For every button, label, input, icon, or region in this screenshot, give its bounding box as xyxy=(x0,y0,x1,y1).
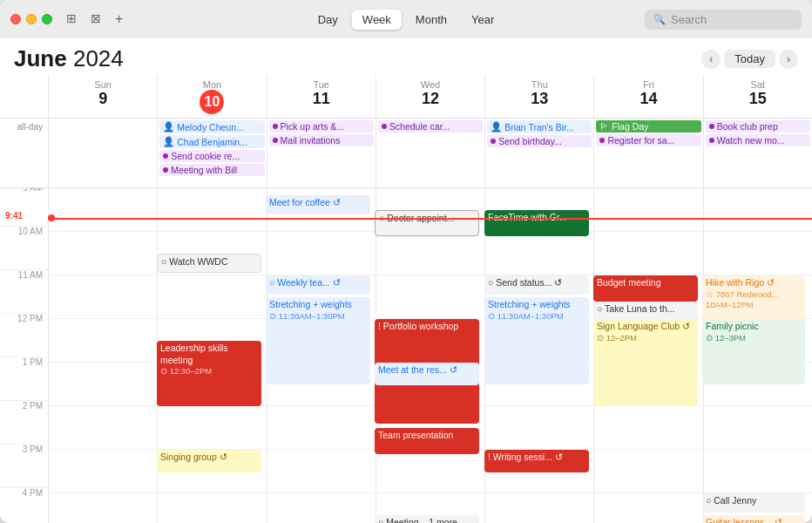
view-switcher: Day Week Month Year xyxy=(308,10,505,30)
week-view-btn[interactable]: Week xyxy=(352,10,402,30)
person-icon: 👤 xyxy=(491,121,502,132)
day-header-fri: Fri 14 xyxy=(593,76,702,118)
event-watch-wwdc[interactable]: ○ Watch WWDC xyxy=(157,254,261,273)
allday-label: all-day xyxy=(0,119,48,187)
time-1pm: 1 PM xyxy=(0,357,48,401)
search-box[interactable]: 🔍 Search xyxy=(645,10,802,30)
year-view-btn[interactable]: Year xyxy=(461,10,504,30)
day-header-sat: Sat 15 xyxy=(703,76,812,118)
allday-event[interactable]: Send cookie re... xyxy=(159,150,264,162)
allday-mon: 👤 Melody Cheun... 👤 Chad Benjamin... Sen… xyxy=(157,119,266,187)
allday-event[interactable]: Send birthday... xyxy=(487,135,592,147)
calendar-window: ⊞ ⊠ + Day Week Month Year 🔍 Search June … xyxy=(0,0,812,523)
sidebar-icon[interactable]: ⊞ xyxy=(66,11,77,27)
current-time-label: 9:41 xyxy=(5,211,23,221)
allday-thu: 👤 Brian Tran's Bir... Send birthday... xyxy=(484,119,593,187)
day-header-mon: Mon 10 xyxy=(157,76,266,118)
allday-event[interactable]: Watch new mo... xyxy=(706,134,810,146)
event-meet-at-res[interactable]: Meet at the res... ↺ xyxy=(375,363,479,385)
event-leadership[interactable]: Leadership skills meeting ⊙ 12:30–2PM xyxy=(157,341,261,406)
search-icon: 🔍 xyxy=(653,14,666,25)
time-4pm: 4 PM xyxy=(0,488,48,523)
event-stretching-thu[interactable]: Stretching + weights ⊙ 11:30AM–1:30PM xyxy=(484,297,589,384)
titlebar: ⊞ ⊠ + Day Week Month Year 🔍 Search xyxy=(0,0,812,38)
calendar-grid: Sun 9 Mon 10 Tue 11 Wed 12 Thu 13 xyxy=(0,76,812,523)
fullscreen-button[interactable] xyxy=(42,14,52,24)
allday-sun xyxy=(48,119,157,187)
titlebar-right: 🔍 Search xyxy=(645,10,802,30)
event-guitar-lessons[interactable]: Guitar lessons... ↺ xyxy=(702,515,805,523)
time-11am: 11 AM xyxy=(0,270,48,314)
search-label: Search xyxy=(671,13,707,26)
day-header-sun: Sun 9 xyxy=(48,76,157,118)
window-icons: ⊞ ⊠ + xyxy=(66,11,123,27)
allday-event[interactable]: 👤 Chad Benjamin... xyxy=(159,135,264,148)
event-family-picnic[interactable]: Family picnic ⊙ 12–3PM xyxy=(702,319,805,384)
allday-event[interactable]: 👤 Melody Cheun... xyxy=(159,120,264,133)
time-2pm: 2 PM xyxy=(0,401,48,445)
event-stretching-tue[interactable]: Stretching + weights ⊙ 11:30AM–1:30PM xyxy=(266,297,370,384)
event-meet-for-coffee[interactable]: Meet for coffee ↺ xyxy=(266,195,370,214)
event-facetime[interactable]: FaceTime with Gr... xyxy=(484,210,589,236)
allday-event[interactable]: 👤 Brian Tran's Bir... xyxy=(487,120,592,133)
event-singing-group[interactable]: Singing group ↺ xyxy=(157,450,261,472)
traffic-lights xyxy=(10,14,52,24)
sun-9am xyxy=(48,188,157,232)
allday-event-pickup-arts[interactable]: Pick up arts &... xyxy=(269,120,374,132)
event-call-jenny[interactable]: ○ Call Jenny xyxy=(702,493,805,513)
allday-event[interactable]: Register for sa... xyxy=(596,134,700,146)
close-button[interactable] xyxy=(10,14,21,24)
time-grid[interactable]: 9 AM 10 AM xyxy=(0,188,812,523)
calendar-header: June 2024 ‹ Today › xyxy=(0,38,812,76)
time-9am: 9 AM xyxy=(0,188,48,227)
day-header-thu: Thu 13 xyxy=(484,76,593,118)
allday-wed: Schedule car... xyxy=(376,119,484,187)
current-time-line xyxy=(48,218,812,220)
day-headers: Sun 9 Mon 10 Tue 11 Wed 12 Thu 13 xyxy=(0,76,812,119)
allday-sat: Book club prep Watch new mo... xyxy=(703,119,812,187)
allday-section: all-day 👤 Melody Cheun... 👤 Chad Benjami… xyxy=(0,119,812,188)
day-view-btn[interactable]: Day xyxy=(308,10,348,30)
day-header-wed: Wed 12 xyxy=(376,76,484,118)
mon-9am xyxy=(157,188,266,232)
event-writing-session[interactable]: ! Writing sessi... ↺ xyxy=(484,450,589,472)
event-meeting-more[interactable]: ○ Meeting... 1 more xyxy=(375,515,479,523)
event-doctor-appt[interactable]: ○ Doctor appoint... xyxy=(375,210,479,236)
allday-event-flag-day[interactable]: 🏳 Flag Day xyxy=(596,120,700,132)
event-weekly-tea[interactable]: ○ Weekly tea... ↺ xyxy=(266,275,370,295)
event-take-luna[interactable]: ○ Take Luna to th... xyxy=(593,302,698,321)
person-icon: 👤 xyxy=(163,136,174,147)
fri-9am xyxy=(593,188,702,232)
next-btn[interactable]: › xyxy=(779,50,798,69)
inbox-icon[interactable]: ⊠ xyxy=(91,11,101,27)
minimize-button[interactable] xyxy=(26,14,37,24)
prev-btn[interactable]: ‹ xyxy=(701,50,721,69)
current-time-dot xyxy=(48,214,55,221)
month-view-btn[interactable]: Month xyxy=(405,10,457,30)
event-team-presentation[interactable]: Team presentation xyxy=(375,428,479,454)
add-icon[interactable]: + xyxy=(115,11,123,27)
calendar-navigation: ‹ Today › xyxy=(701,50,798,69)
sat-9am xyxy=(703,188,812,232)
time-10am: 10 AM xyxy=(0,227,48,270)
allday-tue: Pick up arts &... Mail invitations xyxy=(267,119,376,187)
allday-event-meeting-bill[interactable]: Meeting with Bill xyxy=(159,164,264,176)
time-gutter-header xyxy=(0,76,48,118)
time-12pm: 12 PM xyxy=(0,314,48,357)
event-sign-language[interactable]: Sign Language Club ↺ ⊙ 12–2PM xyxy=(593,319,698,406)
time-3pm: 3 PM xyxy=(0,445,48,488)
allday-event-book-club[interactable]: Book club prep xyxy=(706,120,810,132)
day-header-tue: Tue 11 xyxy=(267,76,376,118)
allday-event[interactable]: Mail invitations xyxy=(269,134,374,146)
person-icon: 👤 xyxy=(163,121,174,132)
event-send-status[interactable]: ○ Send status... ↺ xyxy=(484,275,589,295)
event-budget-meeting[interactable]: Budget meeting xyxy=(593,275,698,302)
allday-event[interactable]: Schedule car... xyxy=(378,120,483,132)
month-year-title: June 2024 xyxy=(14,45,124,72)
today-btn[interactable]: Today xyxy=(724,50,775,68)
allday-fri: 🏳 Flag Day Register for sa... xyxy=(593,119,702,187)
